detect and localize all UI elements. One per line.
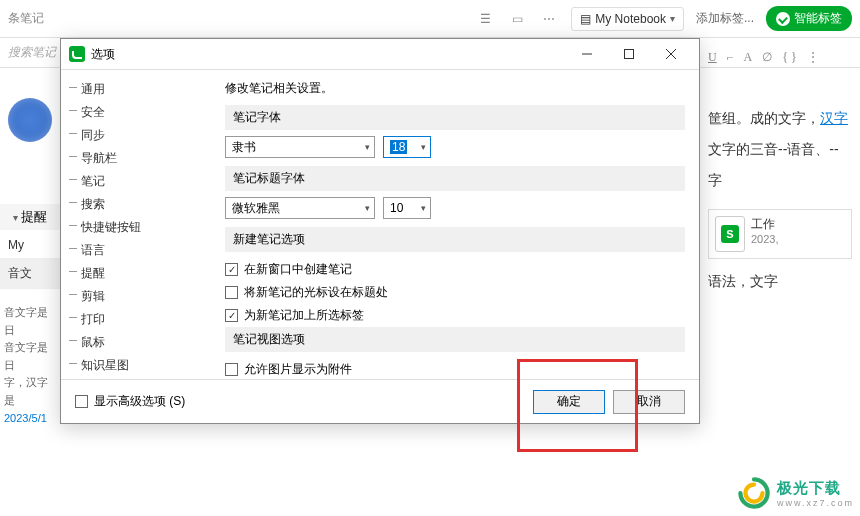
dialog-footer: 显示高级选项 (S) 确定 取消 [61,379,699,423]
category-item[interactable]: 打印 [81,308,211,331]
category-item[interactable]: 安全 [81,101,211,124]
underline-icon[interactable]: U [708,50,717,65]
reminder-toggle[interactable]: ▾ 提醒 [0,204,60,230]
list-item[interactable]: 音文 [0,259,60,289]
more-format-icon[interactable]: ⋮ [807,50,819,65]
category-item[interactable]: 通用 [81,78,211,101]
reminder-label: 提醒 [21,209,47,224]
close-button[interactable] [651,42,691,66]
add-tag-link[interactable]: 添加标签... [696,10,754,27]
category-item[interactable]: 同步 [81,124,211,147]
section-header-font: 笔记字体 [225,105,685,130]
chevron-down-icon: ▾ [365,142,370,152]
notebook-icon: ▤ [580,12,591,26]
smart-tag-icon [776,12,790,26]
category-item[interactable]: 搜索 [81,193,211,216]
note-preview: 音文字是日 音文字是日 字，汉字是 2023/5/1 [0,300,60,431]
panel-description: 修改笔记相关设置。 [225,80,685,97]
category-item[interactable]: 鼠标 [81,331,211,354]
checkbox-img-attach[interactable]: 允许图片显示为附件 [225,358,685,379]
checkbox-icon [225,286,238,299]
checkbox-label: 在新窗口中创建笔记 [244,261,352,278]
checkbox-label: 允许图片显示为附件 [244,361,352,378]
file-icon: S [715,216,745,252]
category-item[interactable]: 笔记 [81,170,211,193]
title-font-family-select[interactable]: 微软雅黑 ▾ [225,197,375,219]
app-icon [69,46,85,62]
search-placeholder[interactable]: 搜索笔记 [8,44,56,61]
format-icon[interactable]: ⌐ [727,50,734,65]
text-line: 文字的三音--语音、--字 [708,134,852,196]
ok-button[interactable]: 确定 [533,390,605,414]
note-content[interactable]: 筐组。成的文字，汉字 文字的三音--语音、--字 [708,103,852,195]
editor-area: U ⌐ A ∅ { } ⋮ 筐组。成的文字，汉字 文字的三音--语音、--字 S… [700,38,860,516]
svg-rect-1 [625,50,634,59]
checkbox-label: 将新笔记的光标设在标题处 [244,284,388,301]
watermark: 极光下载 www.xz7.com [737,476,854,510]
minimize-button[interactable] [567,42,607,66]
file-name: 工作 [751,216,779,233]
file-attachment[interactable]: S 工作 2023, [708,209,852,259]
title-font-size-value: 10 [390,201,403,215]
checkbox-new-window[interactable]: 在新窗口中创建笔记 [225,258,685,281]
note-list: My 音文 [0,232,60,289]
more-icon[interactable]: ⋯ [539,9,559,29]
font-family-select[interactable]: 隶书 ▾ [225,136,375,158]
font-size-value: 18 [390,140,407,154]
code-icon[interactable]: { } [782,50,797,65]
chevron-down-icon: ▾ [670,13,675,24]
category-item[interactable]: 语言 [81,239,211,262]
category-item[interactable]: 知识星图 [81,354,211,377]
cancel-button[interactable]: 取消 [613,390,685,414]
notebook-selector[interactable]: ▤ My Notebook ▾ [571,7,684,31]
category-item[interactable]: 提醒 [81,262,211,285]
title-font-size-select[interactable]: 10 ▾ [383,197,431,219]
section-header-view: 笔记视图选项 [225,327,685,352]
watermark-brand: 极光下载 [777,479,841,496]
highlight-icon[interactable]: ∅ [762,50,772,65]
top-toolbar: 条笔记 ☰ ▭ ⋯ ▤ My Notebook ▾ 添加标签... 智能标签 [0,0,860,38]
font-family-value: 隶书 [232,139,256,156]
smart-tag-button[interactable]: 智能标签 [766,6,852,31]
maximize-button[interactable] [609,42,649,66]
left-sidebar [0,68,60,516]
advanced-label: 显示高级选项 (S) [94,393,185,410]
category-item[interactable]: 快捷键按钮 [81,216,211,239]
checkbox-icon [225,263,238,276]
note-count-label: 条笔记 [8,10,44,27]
checkbox-icon [75,395,88,408]
watermark-url: www.xz7.com [777,498,854,508]
advanced-options-checkbox[interactable]: 显示高级选项 (S) [75,393,185,410]
layout-icon[interactable]: ▭ [507,9,527,29]
section-header-newnote: 新建笔记选项 [225,227,685,252]
font-size-select[interactable]: 18 ▾ [383,136,431,158]
app-logo-icon [8,98,52,142]
dialog-titlebar: 选项 [61,39,699,69]
category-tree: 通用 安全 同步 导航栏 笔记 搜索 快捷键按钮 语言 提醒 剪辑 打印 鼠标 … [61,70,211,379]
smart-tag-label: 智能标签 [794,10,842,27]
notebook-label: My Notebook [595,12,666,26]
checkbox-icon [225,309,238,322]
link[interactable]: 汉字 [820,110,848,126]
text-fragment: 筐组。成的文字， [708,110,820,126]
font-color-icon[interactable]: A [743,50,752,65]
section-header-title-font: 笔记标题字体 [225,166,685,191]
settings-panel: 修改笔记相关设置。 笔记字体 隶书 ▾ 18 ▾ 笔记标题字体 微软雅黑 ▾ [211,70,699,379]
spreadsheet-icon: S [721,225,739,243]
checkbox-add-tags[interactable]: 为新笔记加上所选标签 [225,304,685,327]
chevron-down-icon: ▾ [421,203,426,213]
options-dialog: 选项 通用 安全 同步 导航栏 笔记 搜索 快捷键按钮 语言 提醒 剪辑 打印 … [60,38,700,424]
checkbox-label: 为新笔记加上所选标签 [244,307,364,324]
checkbox-cursor-title[interactable]: 将新笔记的光标设在标题处 [225,281,685,304]
text-line: 语法，文字 [708,273,852,291]
chevron-down-icon: ▾ [13,212,18,223]
preview-date: 2023/5/1 [4,410,56,428]
file-date: 2023, [751,233,779,245]
category-item[interactable]: 导航栏 [81,147,211,170]
sort-icon[interactable]: ☰ [475,9,495,29]
preview-line: 音文字是日 [4,304,56,339]
chevron-down-icon: ▾ [365,203,370,213]
category-item[interactable]: 剪辑 [81,285,211,308]
list-item[interactable]: My [0,232,60,259]
format-toolbar: U ⌐ A ∅ { } ⋮ [708,46,852,69]
